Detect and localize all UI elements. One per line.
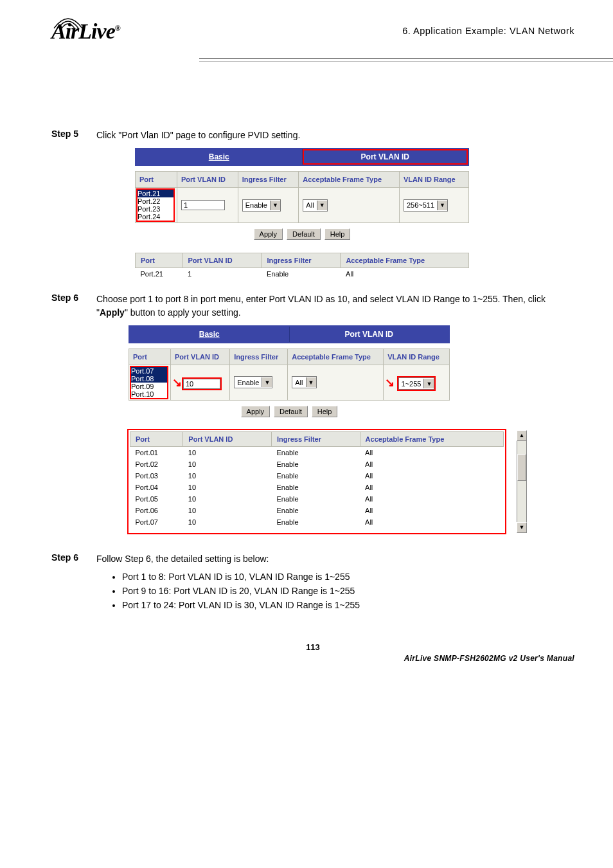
cell-ing: Enable [271, 493, 360, 505]
aft-select[interactable]: All ▼ [292, 376, 316, 388]
col-port: Port [130, 431, 183, 446]
col-port: Port [136, 253, 183, 268]
list-item[interactable]: Port.09 [131, 383, 167, 390]
range-value: 256~511 [404, 201, 437, 209]
cell-port: Port.02 [130, 458, 183, 470]
port-select-list[interactable]: Port.07 Port.08 Port.09 Port.10 [130, 366, 168, 399]
col-aft: Acceptable Frame Type [299, 172, 400, 188]
bullet-item: Port 1 to 8: Port VLAN ID is 10, VLAN ID… [122, 572, 574, 582]
logo: AirLive® [51, 19, 120, 44]
help-button[interactable]: Help [312, 406, 338, 417]
list-item[interactable]: Port.24 [138, 213, 173, 221]
cell-port: Port.21 [136, 268, 183, 280]
table-row: Port.0210EnableAll [130, 458, 504, 470]
cell-ing: Enable [271, 470, 360, 482]
aft-value: All [292, 379, 305, 386]
cell-ing: Enable [271, 505, 360, 516]
help-button[interactable]: Help [324, 228, 351, 240]
pvid-input[interactable] [181, 200, 225, 210]
step-6b-text: Follow Step 6, the detailed setting is b… [96, 552, 574, 565]
step-6b-bullets: Port 1 to 8: Port VLAN ID is 10, VLAN ID… [51, 572, 574, 610]
cell-pvid: 10 [183, 482, 272, 493]
cell-pvid: 10 [183, 470, 272, 482]
col-pvid: Port VLAN ID [171, 348, 230, 365]
pvid-input[interactable] [183, 379, 220, 389]
chevron-down-icon: ▼ [317, 201, 327, 210]
cell-aft: All [360, 458, 503, 470]
step-6a-post: " button to apply your setting. [125, 307, 241, 318]
col-range: VLAN ID Range [384, 348, 450, 365]
cell-pvid: 10 [183, 446, 272, 458]
default-button[interactable]: Default [274, 406, 308, 417]
scroll-up-icon[interactable]: ▲ [517, 430, 527, 441]
col-port: Port [136, 172, 177, 188]
step6-config-panel: Basic Port VLAN ID Port Port VLAN ID Ing… [129, 325, 450, 417]
cell-aft: All [360, 470, 503, 482]
port-select-list[interactable]: Port.21 Port.22 Port.23 Port.24 [137, 189, 174, 221]
cell-ing: Enable [271, 516, 360, 528]
chevron-down-icon: ▼ [262, 377, 272, 387]
cell-aft: All [360, 516, 503, 528]
col-aft: Acceptable Frame Type [341, 253, 469, 268]
default-button[interactable]: Default [287, 228, 321, 240]
cell-port: Port.07 [130, 516, 183, 528]
ingress-select[interactable]: Enable ▼ [242, 199, 281, 212]
scroll-down-icon[interactable]: ▼ [517, 522, 527, 533]
col-ing: Ingress Filter [262, 253, 341, 268]
col-pvid: Port VLAN ID [177, 172, 238, 188]
list-item[interactable]: Port.23 [138, 205, 173, 213]
red-arrow-icon: ↘ [172, 376, 182, 389]
list-item[interactable]: Port.07 [131, 367, 167, 375]
tab-basic[interactable]: Basic [130, 327, 290, 342]
cell-port: Port.04 [130, 482, 183, 493]
list-item[interactable]: Port.21 [138, 190, 173, 197]
step-5-text: Click "Port Vlan ID" page to configure P… [96, 129, 574, 141]
step5-status-table: Port Port VLAN ID Ingress Filter Accepta… [135, 253, 469, 280]
cell-pvid: 1 [182, 268, 262, 280]
col-ing: Ingress Filter [271, 431, 360, 446]
list-item[interactable]: Port.10 [131, 390, 167, 398]
aft-value: All [303, 201, 316, 209]
cell-aft: All [341, 268, 469, 280]
scrollbar[interactable]: ▲ ▼ [517, 430, 527, 533]
table-row: Port.0310EnableAll [130, 470, 504, 482]
list-item[interactable]: Port.08 [131, 375, 167, 383]
wifi-icon [53, 14, 84, 30]
cell-aft: All [360, 505, 503, 516]
apply-button[interactable]: Apply [254, 228, 283, 240]
step6-status-table: Port Port VLAN ID Ingress Filter Accepta… [130, 431, 504, 528]
range-select[interactable]: 1~255 ▼ [398, 377, 435, 390]
step-6b: Step 6 Follow Step 6, the detailed setti… [51, 552, 574, 565]
cell-aft: All [360, 482, 503, 493]
col-ingress: Ingress Filter [238, 172, 299, 188]
col-pvid: Port VLAN ID [182, 253, 262, 268]
table-row: Port.0110EnableAll [130, 446, 504, 458]
apply-button[interactable]: Apply [241, 406, 271, 417]
table-row: Port.0610EnableAll [130, 505, 504, 516]
page-header: AirLive® 6. Application Example: VLAN Ne… [51, 19, 574, 64]
tab-port-vlan-id[interactable]: Port VLAN ID [303, 149, 468, 165]
step6-config-table: Port Port VLAN ID Ingress Filter Accepta… [129, 348, 450, 401]
cell-pvid: 10 [183, 493, 272, 505]
ingress-select[interactable]: Enable ▼ [234, 376, 272, 388]
col-aft: Acceptable Frame Type [360, 431, 503, 446]
col-range: VLAN ID Range [399, 172, 468, 188]
step-6b-label: Step 6 [51, 552, 96, 565]
tab-port-vlan-id[interactable]: Port VLAN ID [290, 327, 449, 342]
bullet-item: Port 17 to 24: Port VLAN ID is 30, VLAN … [122, 600, 574, 610]
col-ingress: Ingress Filter [230, 348, 288, 365]
cell-pvid: 10 [183, 458, 272, 470]
red-arrow-icon: ↘ [385, 376, 395, 389]
logo-reg: ® [115, 24, 120, 33]
col-pvid: Port VLAN ID [183, 431, 272, 446]
tab-basic[interactable]: Basic [136, 149, 303, 165]
step6-status-table-wrap: Port Port VLAN ID Ingress Filter Accepta… [129, 430, 505, 533]
aft-select[interactable]: All ▼ [303, 199, 327, 212]
cell-port: Port.05 [130, 493, 183, 505]
table-row: Port.0510EnableAll [130, 493, 504, 505]
scroll-thumb[interactable] [517, 454, 526, 481]
list-item[interactable]: Port.22 [138, 197, 173, 205]
scroll-track[interactable] [517, 441, 527, 522]
range-select[interactable]: 256~511 ▼ [404, 199, 448, 212]
table-row: Port.0710EnableAll [130, 516, 504, 528]
